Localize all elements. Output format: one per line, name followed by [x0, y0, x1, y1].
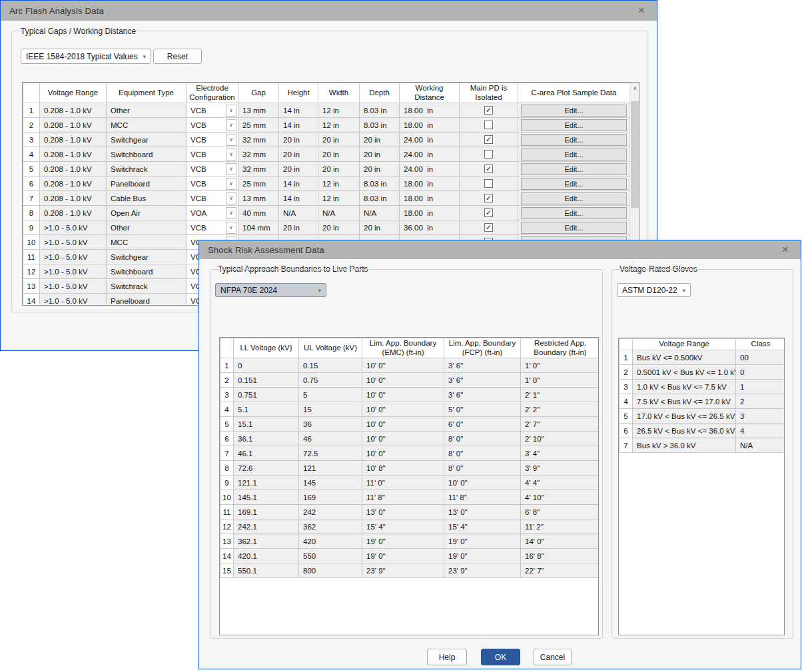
boundary-cell: 121: [299, 461, 362, 476]
gloves-cell: 17.0 kV < Bus kV <= 26.5 kV: [633, 409, 736, 424]
equipment-type-cell: Switchrack: [107, 279, 187, 294]
arc-table-row: 40.208 - 1.0 kVSwitchboardVCB∨32 mm20 in…: [23, 147, 630, 162]
chevron-down-icon[interactable]: ∨: [226, 105, 236, 117]
working-distance-cell: 18.00 in: [400, 118, 460, 133]
working-distance-cell: 18.00 in: [400, 103, 460, 118]
main-pd-isolated-checkbox[interactable]: ✓: [484, 194, 493, 202]
close-icon[interactable]: ×: [777, 240, 794, 259]
voltage-range-cell: 0.208 - 1.0 kV: [40, 103, 107, 118]
gloves-cell: 00: [736, 350, 785, 365]
gap-cell: 104 mm: [238, 220, 279, 235]
arc-table-row: 60.208 - 1.0 kVPanelboardVCB∨25 mm14 in1…: [23, 176, 630, 191]
scrollbar-thumb[interactable]: [631, 101, 639, 208]
boundary-cell: 10' 0": [362, 402, 444, 417]
width-cell: 20 in: [318, 147, 360, 162]
column-header: Class: [736, 339, 785, 350]
boundary-cell: 3' 9": [521, 461, 600, 476]
gap-cell: 25 mm: [238, 176, 279, 191]
column-header: Working Distance: [400, 83, 460, 103]
voltage-range-cell: >1.0 - 5.0 kV: [40, 264, 107, 279]
main-pd-isolated-cell: ✓: [460, 162, 518, 176]
help-button[interactable]: Help: [427, 649, 467, 665]
main-pd-isolated-checkbox[interactable]: ✓: [484, 208, 493, 217]
main-pd-isolated-checkbox[interactable]: [484, 179, 493, 188]
edit-button[interactable]: Edit...: [521, 134, 627, 146]
main-pd-isolated-checkbox[interactable]: ✓: [484, 165, 493, 173]
electrode-config-value: VCB: [191, 121, 206, 129]
main-pd-isolated-checkbox[interactable]: ✓: [484, 135, 493, 144]
main-pd-isolated-checkbox[interactable]: [484, 150, 493, 159]
working-distance-cell: 24.00 in: [400, 147, 460, 162]
equipment-type-cell: MCC: [107, 118, 187, 133]
row-number: 10: [23, 235, 40, 250]
standard-dropdown[interactable]: NFPA 70E 2024 ▾: [215, 283, 326, 297]
chevron-down-icon[interactable]: ∨: [226, 119, 236, 131]
edit-button[interactable]: Edit...: [521, 207, 627, 219]
working-distance-cell: 18.00 in: [400, 191, 460, 206]
row-number: 3: [220, 388, 234, 402]
row-number: 7: [23, 191, 40, 206]
column-header: Depth: [360, 83, 400, 103]
boundary-cell: 420.1: [234, 549, 299, 563]
boundary-cell: 0.151: [234, 373, 299, 388]
row-number: 4: [619, 394, 633, 409]
chevron-down-icon[interactable]: ∨: [226, 222, 236, 234]
gloves-cell: 2: [736, 394, 785, 409]
edit-button[interactable]: Edit...: [521, 222, 627, 234]
gloves-cell: 4: [736, 424, 785, 438]
row-number: 9: [23, 220, 40, 235]
boundary-cell: 2' 10": [521, 432, 600, 446]
chevron-down-icon[interactable]: ∨: [226, 134, 236, 146]
typical-values-dropdown[interactable]: IEEE 1584-2018 Typical Values ▾: [21, 49, 151, 64]
reset-button[interactable]: Reset: [153, 49, 202, 64]
gap-cell: 32 mm: [238, 133, 279, 147]
edit-button[interactable]: Edit...: [521, 178, 627, 190]
edit-button[interactable]: Edit...: [521, 163, 627, 175]
row-number: 12: [220, 519, 234, 534]
voltage-range-cell: 0.208 - 1.0 kV: [40, 176, 107, 191]
height-cell: 14 in: [279, 103, 318, 118]
ok-button[interactable]: OK: [481, 649, 520, 665]
equipment-type-cell: Switchrack: [107, 162, 187, 176]
close-icon[interactable]: ×: [633, 1, 650, 21]
row-number: 4: [23, 147, 40, 162]
gloves-standard-dropdown[interactable]: ASTM D120-22 ▾: [617, 283, 691, 297]
gloves-cell: N/A: [736, 438, 785, 453]
shock-dialog-titlebar[interactable]: Shock Risk Assessment Data ×: [199, 240, 801, 259]
voltage-range-cell: >1.0 - 5.0 kV: [40, 235, 107, 250]
working-distance-cell: 36.00 in: [400, 220, 460, 235]
gloves-cell: 26.5 kV < Bus kV <= 36.0 kV: [633, 424, 736, 438]
main-pd-isolated-checkbox[interactable]: [484, 121, 493, 129]
electrode-config-cell: VCB∨: [187, 220, 238, 235]
row-number: 1: [619, 350, 633, 365]
scroll-up-icon[interactable]: ∧: [630, 83, 639, 93]
height-cell: 14 in: [279, 118, 318, 133]
cancel-button[interactable]: Cancel: [534, 649, 572, 665]
row-number: 5: [23, 162, 40, 176]
arc-dialog-titlebar[interactable]: Arc Flash Analysis Data ×: [1, 1, 657, 21]
boundary-cell: 362: [299, 519, 362, 534]
chevron-down-icon[interactable]: ∨: [226, 192, 236, 204]
chevron-down-icon[interactable]: ∨: [226, 207, 236, 219]
edit-button[interactable]: Edit...: [521, 119, 627, 131]
edit-button[interactable]: Edit...: [521, 105, 627, 117]
chevron-down-icon[interactable]: ∨: [226, 163, 236, 175]
main-pd-isolated-cell: ✓: [460, 220, 518, 235]
boundary-table-row: 872.612110' 8"8' 0"3' 9": [220, 461, 600, 476]
boundary-table-row: 13362.142019' 0"19' 0"14' 0": [220, 534, 600, 549]
screen: Arc Flash Analysis Data × Typical Gaps /…: [0, 0, 802, 672]
row-number: 11: [23, 250, 40, 264]
equipment-type-cell: MCC: [107, 235, 187, 250]
voltage-range-cell: 0.208 - 1.0 kV: [40, 162, 107, 176]
chevron-down-icon[interactable]: ∨: [226, 178, 236, 190]
row-number: 3: [619, 380, 633, 394]
chevron-down-icon[interactable]: ∨: [226, 149, 236, 161]
gloves-standard-dropdown-value: ASTM D120-22: [622, 286, 677, 295]
edit-button[interactable]: Edit...: [521, 149, 627, 161]
main-pd-isolated-checkbox[interactable]: ✓: [484, 106, 493, 115]
electrode-config-cell: VCB∨: [187, 103, 238, 118]
main-pd-isolated-checkbox[interactable]: ✓: [484, 223, 493, 232]
edit-button[interactable]: Edit...: [521, 192, 627, 204]
equipment-type-cell: Open Air: [107, 206, 187, 220]
boundary-cell: 420: [299, 534, 362, 549]
